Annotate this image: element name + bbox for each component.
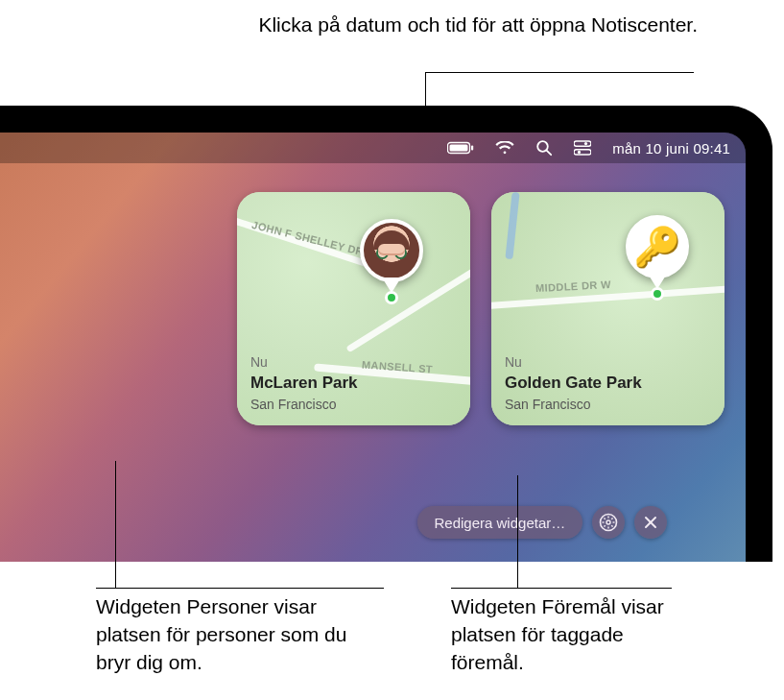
svg-rect-2 xyxy=(471,146,473,151)
svg-line-17 xyxy=(611,518,612,519)
menubar-datetime[interactable]: mån 10 juni 09:41 xyxy=(612,140,730,157)
close-icon xyxy=(643,515,658,530)
svg-point-10 xyxy=(606,520,610,524)
widget-info: Nu Golden Gate Park San Francisco xyxy=(505,354,642,412)
widget-settings-button[interactable] xyxy=(592,506,625,539)
svg-point-8 xyxy=(578,151,581,154)
callout-bottom-right: Widgeten Föremål visar platsen för tagga… xyxy=(451,593,672,677)
widget-now-label: Nu xyxy=(250,354,358,370)
desktop-screen: mån 10 juni 09:41 JOHN F SHELLEY DR MANS… xyxy=(0,133,746,562)
svg-rect-7 xyxy=(574,150,591,155)
widget-people[interactable]: JOHN F SHELLEY DR MANSELL ST Nu McLaren … xyxy=(237,192,470,425)
wifi-icon[interactable] xyxy=(495,141,514,156)
callout-bottom-right-text: Widgeten Föremål visar platsen för tagga… xyxy=(451,595,664,673)
battery-icon[interactable] xyxy=(447,141,474,155)
pin-tip-icon xyxy=(651,287,664,301)
callout-leader xyxy=(517,475,518,588)
map-pin-item[interactable]: 🔑 xyxy=(626,215,689,278)
edit-widgets-label: Redigera widgetar… xyxy=(435,515,566,531)
widget-now-label: Nu xyxy=(505,354,642,370)
avatar-icon xyxy=(364,223,419,278)
callout-leader xyxy=(115,461,116,588)
widget-location-city: San Francisco xyxy=(250,397,358,412)
widget-location-city: San Francisco xyxy=(505,397,642,412)
map-pin-person[interactable] xyxy=(360,219,423,282)
svg-rect-1 xyxy=(450,145,468,152)
search-icon[interactable] xyxy=(535,139,553,157)
widget-close-button[interactable] xyxy=(634,506,667,539)
widget-edit-bar: Redigera widgetar… xyxy=(417,506,668,539)
callout-top: Klicka på datum och tid för att öppna No… xyxy=(0,12,698,38)
svg-line-16 xyxy=(611,525,612,526)
callout-leader xyxy=(451,588,672,589)
widget-location-title: McLaren Park xyxy=(250,374,358,393)
widget-items[interactable]: MIDDLE DR W 🔑 Nu Golden Gate Park San Fr… xyxy=(491,192,725,425)
svg-point-6 xyxy=(584,142,587,145)
callout-leader xyxy=(425,72,694,73)
widget-info: Nu McLaren Park San Francisco xyxy=(250,354,358,412)
widget-location-title: Golden Gate Park xyxy=(505,374,642,393)
svg-line-18 xyxy=(605,525,606,526)
svg-rect-5 xyxy=(574,141,591,146)
callout-leader xyxy=(96,588,384,589)
control-center-icon[interactable] xyxy=(574,140,591,156)
widget-area: JOHN F SHELLEY DR MANSELL ST Nu McLaren … xyxy=(237,192,725,425)
key-icon: 🔑 xyxy=(633,225,681,270)
gear-badge-icon xyxy=(599,513,618,532)
svg-line-15 xyxy=(605,518,606,519)
pin-tip-icon xyxy=(385,291,398,304)
edit-widgets-button[interactable]: Redigera widgetar… xyxy=(417,506,583,539)
callout-bottom-left-text: Widgeten Personer visar platsen för pers… xyxy=(96,595,346,673)
callout-bottom-left: Widgeten Personer visar platsen för pers… xyxy=(96,593,384,677)
menubar: mån 10 juni 09:41 xyxy=(0,133,746,163)
callout-top-text: Klicka på datum och tid för att öppna No… xyxy=(258,13,698,36)
svg-line-4 xyxy=(547,151,552,156)
